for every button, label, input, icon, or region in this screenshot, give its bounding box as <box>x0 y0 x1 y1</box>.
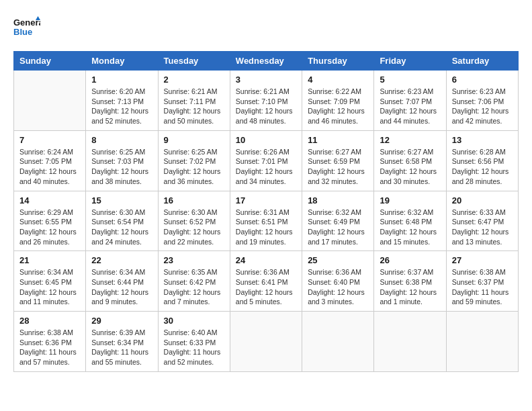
calendar-cell: 24Sunrise: 6:36 AMSunset: 6:41 PMDayligh… <box>230 251 302 312</box>
day-info: Sunrise: 6:26 AMSunset: 7:01 PMDaylight:… <box>236 147 296 187</box>
calendar-cell: 27Sunrise: 6:38 AMSunset: 6:37 PMDayligh… <box>446 251 518 312</box>
day-info: Sunrise: 6:25 AMSunset: 7:03 PMDaylight:… <box>91 147 152 187</box>
weekday-header-friday: Friday <box>374 52 446 71</box>
calendar-cell: 19Sunrise: 6:32 AMSunset: 6:48 PMDayligh… <box>374 191 446 251</box>
calendar-cell: 9Sunrise: 6:25 AMSunset: 7:02 PMDaylight… <box>158 130 230 191</box>
weekday-header-monday: Monday <box>86 52 158 71</box>
day-number: 26 <box>380 255 440 265</box>
day-info: Sunrise: 6:32 AMSunset: 6:49 PMDaylight:… <box>308 208 368 247</box>
day-info: Sunrise: 6:28 AMSunset: 6:56 PMDaylight:… <box>452 147 513 187</box>
day-number: 24 <box>236 255 296 265</box>
page-header: General Blue <box>13 13 519 40</box>
day-number: 29 <box>91 316 152 326</box>
day-info: Sunrise: 6:36 AMSunset: 6:40 PMDaylight:… <box>308 267 368 307</box>
calendar-cell <box>446 312 518 372</box>
day-number: 12 <box>380 135 440 145</box>
calendar-cell <box>374 312 446 372</box>
day-info: Sunrise: 6:36 AMSunset: 6:41 PMDaylight:… <box>236 267 296 307</box>
day-info: Sunrise: 6:30 AMSunset: 6:54 PMDaylight:… <box>91 208 152 247</box>
logo: General Blue <box>13 13 40 40</box>
day-info: Sunrise: 6:30 AMSunset: 6:52 PMDaylight:… <box>164 208 224 247</box>
calendar-cell: 30Sunrise: 6:40 AMSunset: 6:33 PMDayligh… <box>158 312 230 372</box>
calendar-cell: 26Sunrise: 6:37 AMSunset: 6:38 PMDayligh… <box>374 251 446 312</box>
day-info: Sunrise: 6:31 AMSunset: 6:51 PMDaylight:… <box>236 208 296 247</box>
weekday-header-thursday: Thursday <box>302 52 374 71</box>
calendar-cell: 21Sunrise: 6:34 AMSunset: 6:45 PMDayligh… <box>14 251 86 312</box>
day-info: Sunrise: 6:21 AMSunset: 7:11 PMDaylight:… <box>164 87 224 126</box>
day-info: Sunrise: 6:38 AMSunset: 6:37 PMDaylight:… <box>452 267 513 307</box>
calendar-cell: 28Sunrise: 6:38 AMSunset: 6:36 PMDayligh… <box>14 312 86 372</box>
calendar-cell: 20Sunrise: 6:33 AMSunset: 6:47 PMDayligh… <box>446 191 518 251</box>
calendar-cell: 16Sunrise: 6:30 AMSunset: 6:52 PMDayligh… <box>158 191 230 251</box>
calendar-cell <box>230 312 302 372</box>
day-info: Sunrise: 6:33 AMSunset: 6:47 PMDaylight:… <box>452 208 513 247</box>
calendar-cell: 23Sunrise: 6:35 AMSunset: 6:42 PMDayligh… <box>158 251 230 312</box>
calendar-cell: 2Sunrise: 6:21 AMSunset: 7:11 PMDaylight… <box>158 71 230 131</box>
day-number: 18 <box>308 195 368 205</box>
calendar-week-1: 1Sunrise: 6:20 AMSunset: 7:13 PMDaylight… <box>14 71 519 131</box>
day-info: Sunrise: 6:32 AMSunset: 6:48 PMDaylight:… <box>380 208 440 247</box>
weekday-header-tuesday: Tuesday <box>158 52 230 71</box>
calendar-cell: 3Sunrise: 6:21 AMSunset: 7:10 PMDaylight… <box>230 71 302 131</box>
day-info: Sunrise: 6:35 AMSunset: 6:42 PMDaylight:… <box>164 267 224 307</box>
day-number: 23 <box>164 255 224 265</box>
logo-icon: General Blue <box>13 13 40 40</box>
day-number: 21 <box>19 255 80 265</box>
day-number: 9 <box>164 135 224 145</box>
day-number: 20 <box>452 195 513 205</box>
calendar-cell: 7Sunrise: 6:24 AMSunset: 7:05 PMDaylight… <box>14 130 86 191</box>
day-number: 3 <box>236 75 296 85</box>
calendar-cell: 4Sunrise: 6:22 AMSunset: 7:09 PMDaylight… <box>302 71 374 131</box>
day-number: 28 <box>19 316 80 326</box>
calendar-cell: 18Sunrise: 6:32 AMSunset: 6:49 PMDayligh… <box>302 191 374 251</box>
day-number: 5 <box>380 75 440 85</box>
day-number: 11 <box>308 135 368 145</box>
weekday-header-saturday: Saturday <box>446 52 518 71</box>
weekday-header-wednesday: Wednesday <box>230 52 302 71</box>
calendar-week-4: 21Sunrise: 6:34 AMSunset: 6:45 PMDayligh… <box>14 251 519 312</box>
day-number: 8 <box>91 135 152 145</box>
day-number: 1 <box>91 75 152 85</box>
day-number: 17 <box>236 195 296 205</box>
day-number: 30 <box>164 316 224 326</box>
calendar-cell: 25Sunrise: 6:36 AMSunset: 6:40 PMDayligh… <box>302 251 374 312</box>
day-info: Sunrise: 6:38 AMSunset: 6:36 PMDaylight:… <box>19 328 80 367</box>
calendar-cell: 5Sunrise: 6:23 AMSunset: 7:07 PMDaylight… <box>374 71 446 131</box>
day-info: Sunrise: 6:20 AMSunset: 7:13 PMDaylight:… <box>91 87 152 126</box>
day-info: Sunrise: 6:22 AMSunset: 7:09 PMDaylight:… <box>308 87 368 126</box>
weekday-header-sunday: Sunday <box>14 52 86 71</box>
day-number: 25 <box>308 255 368 265</box>
day-info: Sunrise: 6:25 AMSunset: 7:02 PMDaylight:… <box>164 147 224 187</box>
calendar-cell <box>302 312 374 372</box>
calendar-cell <box>14 71 86 131</box>
day-info: Sunrise: 6:29 AMSunset: 6:55 PMDaylight:… <box>19 208 80 247</box>
calendar-cell: 12Sunrise: 6:27 AMSunset: 6:58 PMDayligh… <box>374 130 446 191</box>
day-number: 14 <box>19 195 80 205</box>
day-info: Sunrise: 6:23 AMSunset: 7:06 PMDaylight:… <box>452 87 513 126</box>
calendar-cell: 15Sunrise: 6:30 AMSunset: 6:54 PMDayligh… <box>86 191 158 251</box>
calendar-week-3: 14Sunrise: 6:29 AMSunset: 6:55 PMDayligh… <box>14 191 519 251</box>
day-info: Sunrise: 6:27 AMSunset: 6:58 PMDaylight:… <box>380 147 440 187</box>
svg-text:General: General <box>13 17 40 28</box>
day-info: Sunrise: 6:39 AMSunset: 6:34 PMDaylight:… <box>91 328 152 367</box>
day-info: Sunrise: 6:27 AMSunset: 6:59 PMDaylight:… <box>308 147 368 187</box>
day-number: 13 <box>452 135 513 145</box>
calendar-cell: 11Sunrise: 6:27 AMSunset: 6:59 PMDayligh… <box>302 130 374 191</box>
calendar-cell: 29Sunrise: 6:39 AMSunset: 6:34 PMDayligh… <box>86 312 158 372</box>
calendar-cell: 13Sunrise: 6:28 AMSunset: 6:56 PMDayligh… <box>446 130 518 191</box>
calendar-cell: 17Sunrise: 6:31 AMSunset: 6:51 PMDayligh… <box>230 191 302 251</box>
day-info: Sunrise: 6:21 AMSunset: 7:10 PMDaylight:… <box>236 87 296 126</box>
calendar-header-row: SundayMondayTuesdayWednesdayThursdayFrid… <box>14 52 519 71</box>
calendar-cell: 1Sunrise: 6:20 AMSunset: 7:13 PMDaylight… <box>86 71 158 131</box>
calendar-table: SundayMondayTuesdayWednesdayThursdayFrid… <box>13 51 519 372</box>
day-number: 15 <box>91 195 152 205</box>
calendar-week-5: 28Sunrise: 6:38 AMSunset: 6:36 PMDayligh… <box>14 312 519 372</box>
day-number: 10 <box>236 135 296 145</box>
svg-text:Blue: Blue <box>13 27 32 37</box>
day-number: 6 <box>452 75 513 85</box>
calendar-cell: 6Sunrise: 6:23 AMSunset: 7:06 PMDaylight… <box>446 71 518 131</box>
day-number: 27 <box>452 255 513 265</box>
day-info: Sunrise: 6:24 AMSunset: 7:05 PMDaylight:… <box>19 147 80 187</box>
day-info: Sunrise: 6:37 AMSunset: 6:38 PMDaylight:… <box>380 267 440 307</box>
day-number: 2 <box>164 75 224 85</box>
